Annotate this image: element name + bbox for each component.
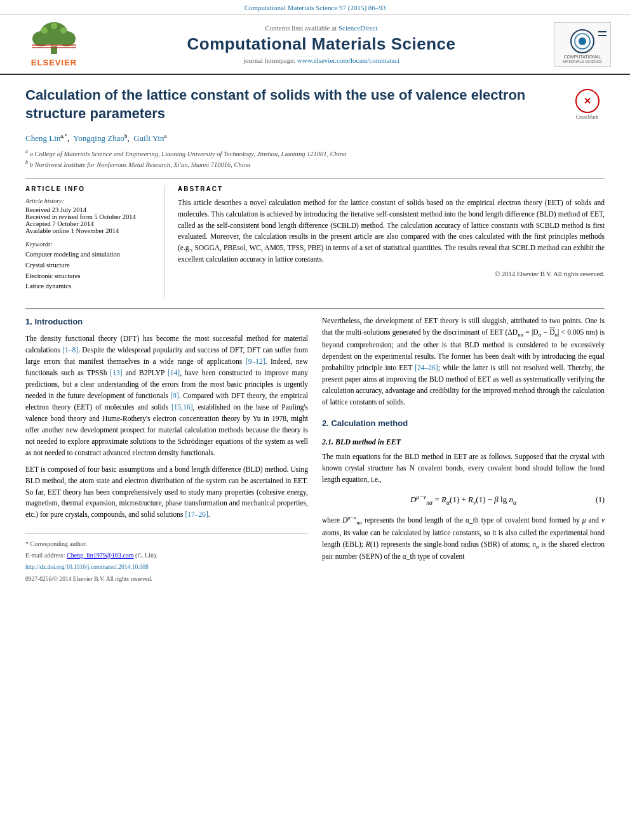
intro-para-1: The density functional theory (DFT) has … — [25, 333, 308, 458]
ref-9b[interactable]: [9] — [170, 392, 178, 399]
keywords-group: Keywords: Computer modeling and simulati… — [25, 241, 156, 292]
equation-1-row: Dμ−νnα = Rα(1) + Rν(1) − β lg nα (1) — [322, 492, 605, 507]
footer-notes: * Corresponding author. E-mail address: … — [25, 533, 308, 583]
sciencedirect-link[interactable]: ScienceDirect — [338, 24, 378, 32]
keyword-1: Computer modeling and simulation — [25, 250, 156, 260]
keywords-list: Computer modeling and simulation Crystal… — [25, 250, 156, 292]
authors-line: Cheng Lina,*, Yongqing Zhaob, Guili Yina — [25, 133, 605, 143]
crossmark-icon: ✕ — [575, 89, 600, 113]
ref-9-12[interactable]: [9–12] — [246, 357, 265, 365]
ref-14[interactable]: [14] — [168, 369, 180, 377]
body-right-col: Nevertheless, the development of EET the… — [322, 316, 605, 584]
section1-heading: 1. Introduction — [25, 316, 308, 328]
ref-17-26[interactable]: [17–26] — [185, 510, 208, 518]
abstract-text: This article describes a novel calculati… — [178, 197, 605, 265]
available-online-date: Available online 1 November 2014 — [25, 227, 156, 234]
subsection-2-1-number: 2.1. — [322, 437, 335, 446]
subsection-2-1-intro: The main equations for the BLD method in… — [322, 451, 605, 486]
abstract-heading: ABSTRACT — [178, 185, 605, 192]
abstract-column: ABSTRACT This article describes a novel … — [178, 185, 605, 298]
citation-bar: Computational Materials Science 97 (2015… — [0, 0, 630, 15]
copyright-line: © 2014 Elsevier B.V. All rights reserved… — [178, 270, 605, 277]
doi-link[interactable]: http://dx.doi.org/10.1016/j.commatsci.20… — [25, 564, 149, 570]
crossmark-label: CrossMark — [576, 114, 599, 120]
keyword-3: Electronic structures — [25, 271, 156, 282]
ref-1-8[interactable]: [1–8] — [62, 346, 78, 354]
subsection-2-1-heading: 2.1. BLD method in EET — [322, 436, 605, 448]
homepage-url[interactable]: www.elsevier.com/locate/commatsci — [297, 57, 399, 64]
right-para-1: Nevertheless, the development of EET the… — [322, 316, 605, 408]
publisher-logo-section: ELSEVIER — [13, 21, 95, 67]
svg-point-3 — [58, 31, 76, 46]
svg-point-11 — [579, 37, 586, 45]
equation-1-number: (1) — [596, 494, 605, 506]
journal-title-section: Contents lists available at ScienceDirec… — [95, 24, 547, 64]
section2-heading: 2. Calculation method — [322, 417, 605, 430]
article-info-abstract-section: ARTICLE INFO Article history: Received 2… — [25, 178, 605, 298]
elsevier-tree-icon — [29, 21, 79, 56]
author-guili-yin[interactable]: Guili Yin — [133, 134, 164, 143]
affiliations: a a College of Materials Science and Eng… — [25, 148, 605, 170]
keyword-2: Crystal structure — [25, 260, 156, 271]
email-link[interactable]: Cheng_lin1979@163.com — [67, 552, 134, 559]
body-left-col: 1. Introduction The density functional t… — [25, 316, 308, 584]
title-section: Calculation of the lattice constant of s… — [25, 86, 605, 126]
ref-13[interactable]: [13] — [110, 369, 122, 377]
equation-1-description: where Dμ−νnα represents the bond length … — [322, 514, 605, 563]
keyword-4: Lattice dynamics — [25, 281, 156, 292]
accepted-date: Accepted 7 October 2014 — [25, 220, 156, 227]
elsevier-logo: ELSEVIER — [29, 21, 79, 67]
body-divider — [25, 309, 605, 309]
section2-number: 2. — [322, 418, 331, 428]
history-label: Article history: — [25, 197, 156, 204]
svg-point-4 — [41, 27, 48, 34]
contents-label: Contents lists available at — [265, 24, 337, 32]
svg-point-6 — [51, 23, 57, 29]
article-title: Calculation of the lattice constant of s… — [25, 86, 546, 123]
email-note: E-mail address: Cheng_lin1979@163.com (C… — [25, 550, 308, 561]
journal-header: ELSEVIER Contents lists available at Sci… — [0, 15, 630, 75]
keywords-label: Keywords: — [25, 241, 156, 248]
equation-1-content: Dμ−νnα = Rα(1) + Rν(1) − β lg nα — [322, 492, 605, 507]
sciencedirect-line: Contents lists available at ScienceDirec… — [95, 24, 547, 32]
journal-title: Computational Materials Science — [95, 34, 547, 54]
subsection-2-1-title: BLD method in EET — [335, 437, 401, 446]
ref-15-16[interactable]: [15,16] — [171, 403, 193, 411]
doi-line: http://dx.doi.org/10.1016/j.commatsci.20… — [25, 563, 308, 572]
crossmark-section[interactable]: ✕ CrossMark — [570, 89, 605, 120]
received-date: Received 23 July 2014 — [25, 206, 156, 213]
history-group: Article history: Received 23 July 2014 R… — [25, 197, 156, 234]
affiliation-b: b b Northwest Institute for Nonferrous M… — [25, 159, 605, 170]
ref-24-26[interactable]: [24–26] — [415, 364, 438, 371]
received-revised-date: Received in revised form 5 October 2014 — [25, 213, 156, 220]
affiliation-a: a a College of Materials Science and Eng… — [25, 148, 605, 159]
section2-title: Calculation method — [331, 418, 408, 428]
section1-title: Introduction — [34, 317, 83, 326]
article-info-column: ARTICLE INFO Article history: Received 2… — [25, 185, 165, 298]
body-two-col: 1. Introduction The density functional t… — [25, 316, 605, 584]
journal-citation: Computational Materials Science 97 (2015… — [245, 4, 386, 11]
cms-logo-icon: COMPUTATIONAL MATERIALS SCIENCE — [557, 25, 608, 63]
corresponding-author-note: * Corresponding author. — [25, 539, 308, 549]
svg-point-2 — [32, 31, 50, 46]
svg-point-5 — [60, 27, 67, 34]
article-main: Calculation of the lattice constant of s… — [0, 75, 630, 597]
section1-number: 1. — [25, 317, 34, 326]
svg-text:COMPUTATIONAL: COMPUTATIONAL — [563, 55, 601, 59]
homepage-label: journal homepage: — [243, 57, 295, 64]
author-cheng-lin[interactable]: Cheng Lin — [25, 134, 60, 143]
journal-logo-right: COMPUTATIONAL MATERIALS SCIENCE — [547, 22, 617, 67]
svg-text:MATERIALS SCIENCE: MATERIALS SCIENCE — [563, 60, 602, 63]
author-yongqing-zhao[interactable]: Yongqing Zhao — [73, 134, 124, 143]
article-info-heading: ARTICLE INFO — [25, 185, 156, 192]
intro-para-2: EET is composed of four basic assumption… — [25, 464, 308, 521]
journal-homepage-line: journal homepage: www.elsevier.com/locat… — [95, 57, 547, 64]
issn-line: 0927-0256/© 2014 Elsevier B.V. All right… — [25, 575, 308, 584]
journal-logo-box: COMPUTATIONAL MATERIALS SCIENCE — [554, 22, 611, 67]
elsevier-brand-text: ELSEVIER — [31, 58, 77, 67]
